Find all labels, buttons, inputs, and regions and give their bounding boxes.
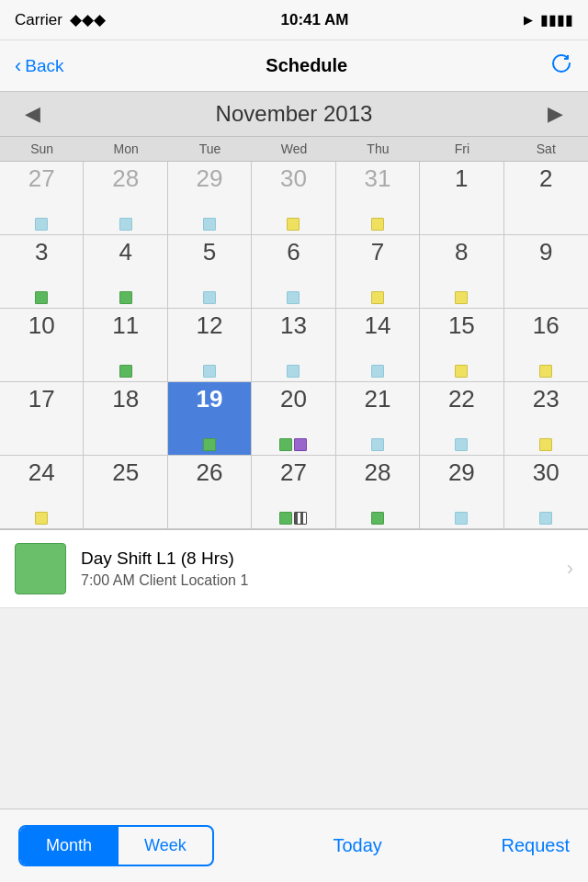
calendar-cell[interactable]: 5 <box>168 235 252 309</box>
calendar-cell[interactable]: 10 <box>0 309 84 382</box>
yellow-indicator <box>371 291 384 304</box>
back-chevron-icon: ‹ <box>15 54 21 78</box>
cell-day-number: 21 <box>364 387 390 411</box>
cell-day-number: 16 <box>533 313 560 337</box>
month-title: November 2013 <box>216 101 373 127</box>
calendar-cell[interactable]: 13 <box>252 309 335 382</box>
yellow-indicator <box>371 218 384 231</box>
cell-day-number: 2 <box>539 166 552 190</box>
calendar-cell[interactable]: 12 <box>168 309 252 382</box>
yellow-indicator <box>455 291 468 304</box>
light-blue-indicator <box>539 512 552 525</box>
event-title: Day Shift L1 (8 Hrs) <box>81 548 560 569</box>
light-blue-indicator <box>287 365 300 378</box>
calendar-cell[interactable]: 8 <box>420 235 503 309</box>
cell-day-number: 31 <box>364 166 390 190</box>
week-tab[interactable]: Week <box>119 827 212 865</box>
prev-month-button[interactable]: ◀ <box>18 102 46 126</box>
calendar-cell[interactable]: 1 <box>420 162 503 235</box>
request-button[interactable]: Request <box>502 835 571 856</box>
yellow-indicator <box>539 365 552 378</box>
calendar-cell[interactable]: 19 <box>168 382 252 456</box>
calendar-cell[interactable]: 30 <box>252 162 335 235</box>
calendar-cell[interactable]: 29 <box>168 162 252 235</box>
cell-day-number: 30 <box>280 166 307 190</box>
calendar-cell[interactable]: 9 <box>504 235 588 309</box>
next-month-button[interactable]: ▶ <box>542 102 570 126</box>
cell-indicators <box>35 512 48 525</box>
calendar-cell[interactable]: 23 <box>504 382 588 456</box>
calendar-cell[interactable]: 4 <box>84 235 167 309</box>
cell-indicators <box>119 365 132 378</box>
cell-indicators <box>371 512 384 525</box>
calendar-cell[interactable]: 29 <box>420 456 503 529</box>
back-button[interactable]: ‹ Back <box>15 54 64 78</box>
cell-day-number: 27 <box>28 166 55 190</box>
cell-indicators <box>203 291 216 304</box>
calendar-cell[interactable]: 20 <box>252 382 335 456</box>
calendar-cell[interactable]: 18 <box>84 382 167 456</box>
status-bar: Carrier ◆◆◆ 10:41 AM ▶ ▮▮▮▮ <box>0 0 588 40</box>
day-header-mon: Mon <box>84 137 167 161</box>
calendar-cell[interactable]: 31 <box>336 162 420 235</box>
event-chevron-icon: › <box>567 557 573 581</box>
cell-indicators <box>287 365 300 378</box>
light-blue-indicator <box>203 218 216 231</box>
calendar-cell[interactable]: 15 <box>420 309 503 382</box>
cell-indicators <box>371 365 384 378</box>
calendar-cell[interactable]: 6 <box>252 235 335 309</box>
cell-day-number: 29 <box>197 166 223 190</box>
cell-day-number: 28 <box>112 166 139 190</box>
cell-indicators <box>279 438 307 451</box>
striped-indicator <box>294 512 307 525</box>
calendar-cell[interactable]: 14 <box>336 309 420 382</box>
cell-day-number: 27 <box>280 460 307 484</box>
cell-day-number: 14 <box>364 313 390 337</box>
calendar-cell[interactable]: 7 <box>336 235 420 309</box>
cell-day-number: 26 <box>197 460 223 484</box>
green-indicator <box>279 438 292 451</box>
light-blue-indicator <box>203 365 216 378</box>
cell-indicators <box>203 438 216 451</box>
cell-indicators <box>119 291 132 304</box>
calendar-cell[interactable]: 28 <box>84 162 167 235</box>
day-header-sun: Sun <box>0 137 84 161</box>
light-blue-indicator <box>371 438 384 451</box>
status-left: Carrier ◆◆◆ <box>15 10 106 29</box>
calendar-cell[interactable]: 25 <box>84 456 167 529</box>
yellow-indicator <box>455 365 468 378</box>
calendar-cell[interactable]: 22 <box>420 382 503 456</box>
calendar-cell[interactable]: 11 <box>84 309 167 382</box>
view-segment-control: Month Week <box>18 825 214 866</box>
cell-day-number: 5 <box>203 240 216 264</box>
cell-day-number: 6 <box>287 240 300 264</box>
calendar-cell[interactable]: 30 <box>504 456 588 529</box>
calendar-cell[interactable]: 28 <box>336 456 420 529</box>
green-indicator <box>371 512 384 525</box>
day-header-tue: Tue <box>168 137 252 161</box>
cell-day-number: 10 <box>28 313 55 337</box>
light-blue-indicator <box>371 365 384 378</box>
cell-indicators <box>539 512 552 525</box>
purple-indicator <box>294 438 307 451</box>
empty-space <box>0 608 588 709</box>
refresh-button[interactable] <box>549 51 573 81</box>
today-button[interactable]: Today <box>333 835 381 856</box>
back-label: Back <box>25 56 63 76</box>
event-item[interactable]: Day Shift L1 (8 Hrs) 7:00 AM Client Loca… <box>0 530 588 608</box>
cell-day-number: 17 <box>28 387 55 411</box>
cell-day-number: 18 <box>112 387 139 411</box>
calendar-cell[interactable]: 24 <box>0 456 84 529</box>
tab-bar: Month Week Today Request <box>0 808 588 882</box>
calendar-cell[interactable]: 21 <box>336 382 420 456</box>
calendar-cell[interactable]: 27 <box>0 162 84 235</box>
month-tab[interactable]: Month <box>20 827 118 865</box>
cell-day-number: 12 <box>197 313 223 337</box>
calendar-cell[interactable]: 26 <box>168 456 252 529</box>
calendar-cell[interactable]: 16 <box>504 309 588 382</box>
calendar-cell[interactable]: 17 <box>0 382 84 456</box>
battery-icon: ▮▮▮▮ <box>540 11 573 28</box>
calendar-cell[interactable]: 2 <box>504 162 588 235</box>
calendar-cell[interactable]: 3 <box>0 235 84 309</box>
calendar-cell[interactable]: 27 <box>252 456 335 529</box>
